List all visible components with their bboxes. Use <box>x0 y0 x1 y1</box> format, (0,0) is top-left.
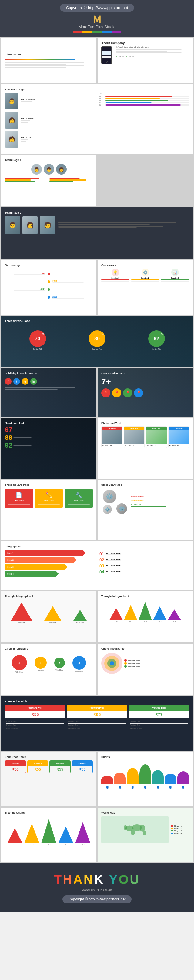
big-circle-2: 2 <box>35 657 46 669</box>
right-num-2: 02 <box>99 557 104 562</box>
thankyou-letter-N: N <box>84 872 94 886</box>
tri2-item-5: 2018 <box>168 609 181 622</box>
slide-triangle-charts: Triangle Charts 2014 2015 2016 2017 <box>1 808 96 862</box>
right-text-2: Find Title Here <box>106 558 121 561</box>
photo-card-1: Find Title Find Title Here <box>101 426 122 448</box>
service-label-3: Service 3 <box>161 277 189 279</box>
circle-item-label-2: Title Here <box>35 670 46 671</box>
service-circle-1: % 74 <box>29 330 46 347</box>
price-amount-4-4: ₹55 <box>72 766 93 773</box>
legend-item-3: Region 3 <box>171 830 189 832</box>
infographics-content: Step 1 Step 2 Step 3 Step 4 01 Find Titl… <box>5 550 189 577</box>
text-line <box>13 430 32 430</box>
right-text-1: Find Title Here <box>106 552 121 555</box>
chart-bar-6 <box>165 774 176 784</box>
arrow-items: Step 1 Step 2 Step 3 Step 4 <box>5 550 95 577</box>
card-image-4 <box>168 430 189 444</box>
year: 2010 <box>6 272 45 274</box>
circle-center <box>110 661 114 665</box>
chart-bar-2 <box>114 773 126 784</box>
tri2-title: Triangle Infographic 2 <box>101 595 189 598</box>
arrow-2: Step 2 <box>5 557 77 563</box>
feature: Feature Two <box>68 723 126 726</box>
feature: Feature Three <box>6 727 64 729</box>
chart-person-2: 👤 <box>118 786 122 789</box>
slide-team-2: Team Page 2 👨 👩 🧑 <box>1 207 193 259</box>
history-title: Our History <box>5 264 93 267</box>
tri-chart-shape-2 <box>24 824 39 843</box>
svg-point-3 <box>140 825 145 832</box>
circle-value-2: 80 <box>94 336 100 342</box>
studio-name: MoreFun-Plus Studio <box>6 24 188 29</box>
timeline-content: 2012 <box>51 279 93 284</box>
price-header-1: Premium Price <box>5 705 65 711</box>
photo-card-2: Find Title Find Title Here <box>123 426 145 448</box>
service-bar <box>101 280 130 280</box>
tri-label: 2010 <box>109 620 123 622</box>
team2-inner: Team Page 2 👨 👩 🧑 <box>1 207 193 259</box>
tri-label: 2014 <box>138 620 152 622</box>
numbered-item-2: 88 <box>5 434 93 441</box>
numbered-item-1: 67 <box>5 426 93 433</box>
skill-label: Skill <box>98 93 189 95</box>
price-amount-4-2: ₹55 <box>27 766 48 773</box>
slide-infographics: Infographics Step 1 Step 2 Step 3 Step 4 <box>1 541 193 590</box>
tri-chart-shape-4 <box>58 827 73 843</box>
legend-bar <box>171 826 173 827</box>
text-line <box>58 228 137 228</box>
team2-descriptions <box>58 222 189 228</box>
triangle-medium <box>44 606 61 620</box>
tri2-shapes: 2010 2012 2014 2016 2018 <box>101 600 189 625</box>
three-service-title: Three Service Page <box>5 320 189 323</box>
tri-charts-inner: Triangle Charts 2014 2015 2016 2017 <box>1 808 96 862</box>
right-text-4: Find Title Here <box>106 570 121 573</box>
bar-track <box>106 104 189 105</box>
price-amount-4-1: ₹55 <box>5 766 26 773</box>
feature: Feature One <box>130 720 188 722</box>
skill-bar <box>5 181 35 182</box>
slide-world-map: World Map <box>98 808 193 862</box>
square-label-1: Title Here <box>8 500 30 502</box>
circle-item-label-1: Title Here <box>12 671 27 673</box>
chart-bar-7 <box>177 771 189 784</box>
legend-item-2: Region 2 <box>171 827 189 829</box>
triangle <box>153 606 167 620</box>
square-icon-1: 📄 <box>8 492 30 498</box>
team2-photo-1: 👨 <box>5 216 20 234</box>
chart-person-4: 👤 <box>143 786 147 789</box>
feature: Feature Three <box>68 727 126 729</box>
slide-three-square: Three Square Page 📄 Title Here ✏️ Title … <box>1 480 96 540</box>
four-service-value: 7+ <box>101 377 189 387</box>
card-tag-4: Find Title <box>168 427 189 430</box>
right-title: Find Title Here <box>106 570 121 573</box>
boss-people: 👨 About Michael 👩 About Sarah <box>5 93 96 150</box>
feature: Feature Two <box>6 723 64 726</box>
timeline-content-left <box>5 294 46 300</box>
slide-numbered-list: Numbered List 67 88 92 <box>1 418 96 479</box>
slide-charts: Charts 👤 👤 👤 👤 👤 👤 👤 <box>98 752 193 807</box>
circle-item-label-3: Title Here <box>54 669 65 671</box>
service-inner: Our service 💡 Service 1 ⚙️ Service 2 📊 S… <box>98 260 193 315</box>
three-service-circles: % 74 Service Title % 80 Service Title % <box>5 324 189 356</box>
numbered-item-3: 92 <box>5 442 93 449</box>
team2-photo-2: 👩 <box>22 216 38 234</box>
text-line <box>21 122 28 123</box>
person-1-name: About Michael <box>21 98 35 100</box>
slide-photo-text: Photo and Text Find Title Find Title Her… <box>98 418 193 479</box>
square-items: 📄 Title Here ✏️ Title Here 🔧 Title Here <box>5 489 93 508</box>
gear-item-bar <box>131 502 172 503</box>
three-square-inner: Three Square Page 📄 Title Here ✏️ Title … <box>1 480 96 540</box>
tri-chart-item-1: 2014 <box>7 828 22 846</box>
currency-3: ₹ <box>155 712 158 717</box>
svg-point-2 <box>131 830 135 835</box>
triangle-large <box>11 603 32 620</box>
right-num-3: 03 <box>99 563 104 568</box>
percent-3: 92 <box>5 442 12 449</box>
bar-fill <box>106 96 173 97</box>
team1-title: Team Page 1 <box>5 159 93 162</box>
slide-three-service: Three Service Page % 74 Service Title % … <box>1 316 193 367</box>
timeline-content-right <box>51 287 93 292</box>
bar-label: Skill 4 <box>98 102 104 104</box>
price-col-4-2: Premium ₹55 <box>27 760 48 773</box>
photo-card-3: Find Title Find Title Here <box>146 426 167 448</box>
